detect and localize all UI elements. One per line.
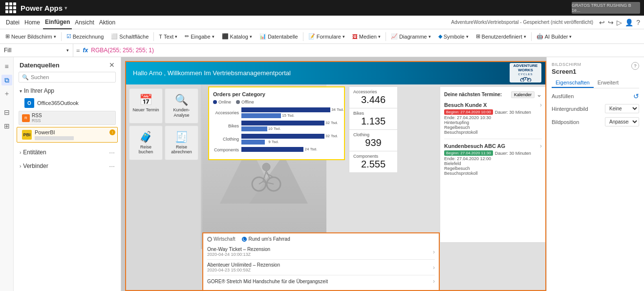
app-header-text: Hallo Arno , Willkommen Im Vertriebsmana… — [133, 69, 291, 77]
sidebar-title: Datenquellen — [20, 62, 60, 69]
user-icon[interactable]: 👤 — [625, 19, 633, 26]
redo-icon[interactable]: ↪ — [608, 19, 614, 26]
news-tab-wirtschaft[interactable]: Wirtschaft — [207, 236, 235, 242]
undo-icon[interactable]: ↩ — [599, 19, 605, 26]
help-icon[interactable]: ? — [636, 19, 640, 26]
event-2-detail-3: Besuchsprotokoll — [444, 171, 542, 176]
menu-ansicht[interactable]: Ansicht — [73, 16, 96, 29]
toolbar-new-screen[interactable]: ⊞ Neuer Bildschirm ▾ — [2, 30, 60, 43]
stat-clothing-value: 939 — [353, 137, 393, 148]
toolbar-medien[interactable]: 🖼 Medien ▾ — [349, 30, 384, 43]
event-2[interactable]: Kundenbesuch ABC AG › Beginn: 27.04.2020… — [444, 142, 542, 179]
entities-label: Entitäten — [23, 149, 46, 156]
event-1-end: Ende: 27.04.2020 10:30 — [444, 115, 542, 120]
app-title-chevron[interactable]: ▾ — [64, 5, 67, 11]
tab-advanced[interactable]: Erweitert — [594, 78, 623, 88]
nav-settle-travel[interactable]: 🧾 Reise abrechnen — [165, 125, 198, 161]
rail-menu-icon[interactable]: ≡ — [1, 61, 12, 72]
rail-filter-icon[interactable]: ⊟ — [1, 107, 12, 118]
calendar-chevron-icon[interactable]: ⌄ — [537, 91, 542, 98]
connectors-label: Verbinder — [23, 163, 48, 169]
event-2-start-badge: Beginn: 27.04.2020 11:30 — [444, 150, 493, 156]
event-1-detail-1: Hintertupfing — [444, 120, 542, 125]
news-item-1[interactable]: One-Way Ticket – Rezension 2020-04-24 10… — [207, 244, 435, 260]
sidebar-item-office365[interactable]: O Office365Outlook — [14, 96, 121, 110]
app-title: Power Apps — [21, 4, 63, 12]
toolbar-ai-builder[interactable]: 🤖 AI Builder ▾ — [533, 30, 576, 43]
suitcase-icon: 🧳 — [132, 131, 159, 144]
rp-screen-name: Screen1 — [552, 68, 639, 75]
stat-bikes-label: Bikes — [353, 111, 393, 116]
toolbar-eingabe[interactable]: ✏ Eingabe ▾ — [181, 30, 217, 43]
menu-einfuegen[interactable]: Einfügen — [43, 16, 72, 29]
event-1-title: Besuch Kunde X — [444, 102, 487, 108]
toolbar-symbole[interactable]: ◆ Symbole ▾ — [435, 30, 472, 43]
play-icon[interactable]: ▷ — [617, 19, 622, 26]
sidebar-entities[interactable]: › Entitäten ··· — [14, 146, 121, 159]
tab-properties[interactable]: Eigenschaften — [552, 78, 594, 88]
nav-customer-analysis-label: Kunden-Analyse — [168, 107, 195, 118]
formula-value: RGBA(255; 255; 255; 1) — [91, 47, 154, 54]
toolbar-text[interactable]: T Text ▾ — [155, 30, 181, 43]
formula-name-dropdown[interactable]: Fill ▾ — [0, 44, 73, 57]
toolbar-bezeichnung[interactable]: ☑ Bezeichnung — [63, 30, 107, 43]
toolbar-diagramme[interactable]: 📈 Diagramme ▾ — [387, 30, 434, 43]
rp-position-select[interactable]: Anpassen — [605, 117, 639, 126]
rail-layers-icon[interactable]: ⧉ — [1, 75, 12, 85]
formula-equals: = — [73, 47, 83, 54]
stat-accessories-label: Accessories — [353, 89, 393, 94]
event-1[interactable]: Besuch Kunde X › Beginn: 27.04.2020 10:0… — [444, 101, 542, 139]
toolbar-datentabelle[interactable]: 📊 Datentabelle — [256, 30, 301, 43]
powerbi-badge: ! — [109, 129, 115, 135]
rp-refresh-icon[interactable]: ↺ — [633, 92, 639, 100]
nav-new-appointment-label: Neuer Termin — [132, 107, 159, 113]
nav-customer-analysis[interactable]: 🔍 Kunden-Analyse — [165, 88, 198, 124]
menu-datei[interactable]: Datei — [4, 16, 21, 29]
event-2-detail-2: Regelbesuch — [444, 166, 542, 171]
news-item-2[interactable]: Abenteuer Unlimited – Rezension 2020-04-… — [207, 260, 435, 275]
rail-plus-icon[interactable]: ＋ — [1, 88, 12, 99]
menu-aktion[interactable]: Aktion — [97, 16, 117, 29]
connectors-more-icon[interactable]: ··· — [109, 162, 115, 170]
sidebar-group-in-app[interactable]: ▾ In Ihrer App — [14, 85, 121, 96]
news-item-2-chevron-icon: › — [433, 264, 435, 271]
search-person-icon: 🔍 — [168, 94, 195, 106]
office365-label: Office365Outlook — [37, 100, 79, 106]
sidebar-connectors[interactable]: › Verbinder ··· — [14, 159, 121, 173]
svg-point-5 — [262, 163, 270, 171]
event-2-title: Kundenbesuch ABC AG — [444, 143, 505, 149]
sidebar-item-powerbi[interactable]: PBI PowerBI ! — [17, 127, 118, 143]
calendar-btn[interactable]: Kalender — [511, 91, 535, 98]
calendar-section-title: Deine nächsten Termine: — [444, 92, 502, 97]
sidebar-close-icon[interactable]: ✕ — [109, 61, 115, 69]
chart-title: Orders per Category — [213, 91, 340, 97]
event-2-duration: Dauer: 30 Minuten — [495, 151, 531, 156]
nav-new-appointment[interactable]: 📅 Neuer Termin — [129, 88, 163, 124]
news-item-3[interactable]: GORE® Stretch Mid Handschuhe für die Übe… — [207, 275, 435, 287]
rail-components-icon[interactable]: ⊞ — [1, 121, 12, 131]
waffle-icon[interactable] — [4, 1, 18, 15]
chevron-down-icon: ▾ — [20, 88, 22, 94]
toolbar-katalog[interactable]: ⬛ Katalog ▾ — [218, 30, 256, 43]
toolbar-benutzerdefiniert[interactable]: ⊞ Benutzerdefiniert ▾ — [472, 30, 530, 43]
news-tab-fahrrad-label: Rund um's Fahrrad — [248, 236, 290, 242]
entities-more-icon[interactable]: ··· — [109, 148, 115, 156]
rp-info-icon[interactable]: ? — [631, 62, 639, 70]
news-item-2-date: 2020-04-23 15:00:59Z — [207, 268, 280, 272]
news-tab-fahrrad[interactable]: Rund um's Fahrrad — [242, 236, 290, 242]
nav-book-travel[interactable]: 🧳 Reise buchen — [129, 125, 163, 161]
rp-background-select[interactable]: Keine — [605, 104, 639, 113]
rp-fill-label: Ausfüllen — [552, 93, 574, 99]
sidebar-group-label: In Ihrer App — [24, 87, 54, 94]
menu-home[interactable]: Home — [22, 16, 42, 29]
rp-section-label: BILDSCHIRM — [552, 62, 639, 67]
toolbar-schaltflaeche[interactable]: ⬜ Schaltfläche — [107, 30, 152, 43]
event-2-chevron-icon[interactable]: › — [540, 142, 542, 149]
toolbar-formulare[interactable]: 📝 Formulare ▾ — [305, 30, 348, 43]
stat-components-value: 2.555 — [353, 159, 393, 170]
sidebar-search-input[interactable] — [19, 72, 116, 83]
news-item-1-title: One-Way Ticket – Rezension — [207, 247, 270, 252]
event-1-chevron-icon[interactable]: › — [540, 101, 542, 108]
saved-status: AdventureWorksVertriebsportal - Gespeich… — [451, 20, 593, 25]
event-1-detail-3: Besuchsprotokoll — [444, 130, 542, 135]
